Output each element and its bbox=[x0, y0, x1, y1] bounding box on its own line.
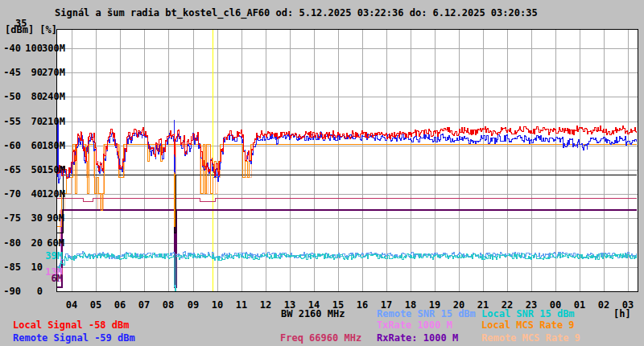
legend-local_snr: Local SNR 15 dBm bbox=[481, 309, 575, 319]
signal-noise-chart bbox=[0, 0, 644, 346]
hour-tick-label: 09 bbox=[184, 299, 202, 311]
radio-signal-monitor: Signál a šum radia bt_kostel_cl6_AF60 od… bbox=[0, 0, 644, 346]
hour-tick-label: 08 bbox=[159, 299, 177, 311]
y-axis-extra-tick: 6M bbox=[40, 273, 63, 283]
y-axis-row: -5080240M bbox=[2, 91, 64, 101]
dbm-tick: -70 bbox=[2, 188, 21, 200]
percent-tick: 0 bbox=[23, 286, 43, 297]
y-axis-row: -5570210M bbox=[2, 116, 64, 126]
legend-txrate: TxRate 1000 M bbox=[377, 320, 452, 331]
y-axis-extra-tick: 39M bbox=[40, 250, 63, 261]
hour-tick-label: 05 bbox=[87, 299, 105, 311]
dbm-tick: -60 bbox=[2, 140, 21, 151]
dbm-tick: -85 bbox=[2, 262, 21, 273]
mbit-tick: 270M bbox=[42, 67, 64, 78]
dbm-tick: -80 bbox=[2, 237, 21, 249]
mbit-tick: 120M bbox=[42, 188, 64, 200]
page-title: Signál a šum radia bt_kostel_cl6_AF60 od… bbox=[55, 8, 538, 19]
y-axis-row: -40100300M bbox=[2, 43, 64, 53]
percent-tick: 90 bbox=[23, 67, 43, 78]
y-axis-row: -4590270M bbox=[2, 67, 64, 77]
mbit-tick: 60M bbox=[42, 237, 64, 249]
hour-tick-label: 16 bbox=[353, 299, 371, 311]
dbm-tick: -90 bbox=[2, 286, 21, 297]
y-axis-row: -7040120M bbox=[2, 188, 64, 199]
mbit-tick: 300M bbox=[42, 43, 64, 54]
percent-tick: 30 bbox=[23, 212, 43, 224]
percent-tick: 20 bbox=[23, 237, 43, 249]
legend-rxrate: RxRate: 1000 M bbox=[377, 333, 458, 344]
legend-remote_mcs: Remote MCS Rate 9 bbox=[481, 333, 580, 344]
mbit-tick: 150M bbox=[42, 164, 64, 175]
mbit-tick: 180M bbox=[42, 140, 64, 151]
y-axis-row: -753090M bbox=[2, 212, 64, 223]
dbm-tick: -75 bbox=[2, 212, 21, 224]
legend-hour_unit: [h] bbox=[613, 309, 631, 319]
percent-tick: 70 bbox=[23, 116, 43, 127]
y-axis-row: -802060M bbox=[2, 237, 64, 248]
legend-local_signal: Local Signal -58 dBm bbox=[13, 320, 130, 331]
y-axis-units-header: [dBm] [%] bbox=[5, 25, 57, 35]
dbm-tick: -40 bbox=[2, 43, 21, 54]
hour-tick-label: 07 bbox=[135, 299, 153, 311]
hour-tick-label: 12 bbox=[257, 299, 275, 311]
hour-tick-label: 11 bbox=[233, 299, 250, 311]
dbm-tick: -65 bbox=[2, 164, 21, 175]
percent-tick: 60 bbox=[23, 140, 43, 151]
percent-tick: 40 bbox=[23, 188, 43, 200]
hour-tick-label: 04 bbox=[63, 299, 80, 311]
y-axis-row: -6060180M bbox=[2, 140, 64, 150]
mbit-tick: 210M bbox=[42, 116, 64, 127]
percent-tick: 100 bbox=[23, 43, 43, 54]
legend-freq: Freq 66960 MHz bbox=[280, 333, 361, 344]
dbm-tick: -50 bbox=[2, 91, 21, 102]
legend-local_mcs: Local MCS Rate 9 bbox=[481, 320, 575, 331]
percent-tick: 50 bbox=[23, 164, 43, 175]
percent-tick: 80 bbox=[23, 91, 43, 102]
y-axis-row: -6550150M bbox=[2, 164, 64, 175]
legend-bw: BW 2160 MHz bbox=[281, 309, 345, 319]
hour-tick-label: 06 bbox=[111, 299, 129, 311]
y-axis-row: -900 bbox=[2, 286, 64, 296]
dbm-tick: -55 bbox=[2, 116, 21, 127]
legend-remote_snr: Remote SNR 15 dBm bbox=[377, 309, 476, 319]
mbit-tick: 240M bbox=[42, 91, 64, 102]
plot-background bbox=[56, 29, 638, 291]
hour-tick-label: 10 bbox=[208, 299, 226, 311]
hour-tick-label: 02 bbox=[595, 299, 613, 311]
mbit-tick: 90M bbox=[42, 212, 64, 224]
dbm-tick: -45 bbox=[2, 67, 21, 78]
legend-remote_signal: Remote Signal -59 dBm bbox=[13, 333, 135, 344]
